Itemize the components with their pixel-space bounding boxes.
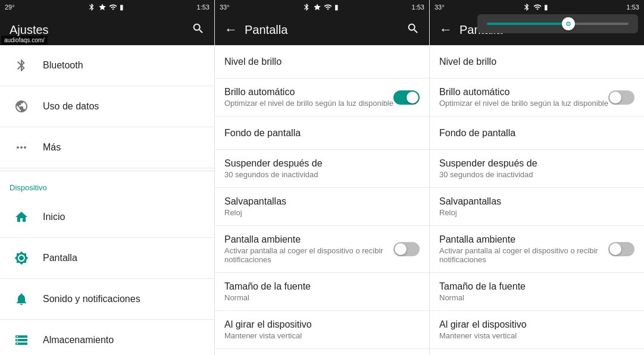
autobrillo-label-mid: Brillo automático (224, 87, 393, 98)
ambiente-label-right: Pantalla ambiente (439, 234, 608, 245)
autobrillo-sub-mid: Optimizar el nivel de brillo según la lu… (224, 99, 393, 108)
more-item-text: Más (43, 142, 205, 153)
salva-text-mid: Salvapantallas Reloj (224, 196, 420, 217)
autobrillo-toggle-right[interactable] (608, 90, 634, 105)
display-item-girar-mid[interactable]: Al girar el dispositivo Mantener vista v… (215, 311, 429, 349)
ambiente-toggle-mid[interactable] (393, 242, 420, 256)
watermark: audiofaqs.com/ (1, 36, 48, 45)
panel-settings: 29° ▮ 1:53 Ajustes audiofaqs.com/ Blueto… (0, 0, 215, 355)
suspender-text-right: Suspender después de 30 segundos de inac… (439, 158, 634, 179)
girar-text-mid: Al girar el dispositivo Mantener vista v… (224, 319, 420, 340)
fuente-label-right: Tamaño de la fuente (439, 281, 634, 292)
display-item-brillo-right[interactable]: Nivel de brillo (430, 45, 644, 78)
battery-icon: ▮ (120, 3, 124, 11)
autobrillo-text-mid: Brillo automático Optimizar el nivel de … (224, 87, 393, 108)
settings-item-almacenamiento[interactable]: Almacenamiento (0, 320, 214, 355)
status-icons-left: ▮ (87, 3, 124, 11)
display-item-ambiente-right[interactable]: Pantalla ambiente Activar pantalla al co… (430, 226, 644, 273)
ambiente-text-right: Pantalla ambiente Activar pantalla al co… (439, 234, 608, 264)
back-button-mid[interactable]: ← (224, 22, 237, 37)
back-button-right[interactable]: ← (439, 22, 452, 37)
more-item-icon (10, 136, 33, 159)
suspender-sub-right: 30 segundos de inactividad (439, 170, 634, 179)
display-item-suspender-mid[interactable]: Suspender después de 30 segundos de inac… (215, 150, 429, 188)
data-item-icon (10, 95, 33, 118)
toggle-knob-autobrillo-right (609, 92, 621, 103)
salva-text-right: Salvapantallas Reloj (439, 196, 634, 217)
autobrillo-text-right: Brillo automático Optimizar el nivel de … (439, 87, 608, 108)
display-item-enviar-mid[interactable]: Enviar pantalla (215, 349, 429, 355)
ambiente-sub-right: Activar pantalla al coger el dispositivo… (439, 246, 608, 264)
display-item-suspender-right[interactable]: Suspender después de 30 segundos de inac… (430, 150, 644, 188)
display-item-autobrillo-mid[interactable]: Brillo automático Optimizar el nivel de … (215, 78, 429, 117)
fondo-text-mid: Fondo de pantalla (224, 128, 420, 139)
inicio-text: Inicio (43, 212, 205, 222)
autobrillo-label-right: Brillo automático (439, 87, 608, 98)
bluetooth-label: Bluetooth (43, 60, 205, 71)
pantalla-list-right: Nivel de brillo Brillo automático Optimi… (430, 45, 644, 355)
status-bar-right: 33° ▮ 1:53 (430, 0, 644, 14)
bluetooth-status-right (523, 3, 531, 11)
status-icons-right: ▮ (523, 3, 548, 11)
fondo-label-right: Fondo de pantalla (439, 128, 634, 139)
app-bar-mid: ← Pantalla (215, 14, 429, 45)
search-button[interactable] (192, 22, 205, 38)
almacenamiento-label: Almacenamiento (43, 335, 205, 345)
display-item-fuente-mid[interactable]: Tamaño de la fuente Normal (215, 273, 429, 311)
display-item-ambiente-mid[interactable]: Pantalla ambiente Activar pantalla al co… (215, 226, 429, 273)
display-item-brillo-mid[interactable]: Nivel de brillo (215, 45, 429, 78)
display-item-salva-mid[interactable]: Salvapantallas Reloj (215, 188, 429, 226)
star-status-icon (98, 3, 107, 11)
settings-list-left: Bluetooth Uso de datos Más Dispositivo (0, 45, 214, 355)
brightness-overlay[interactable]: ⚙ (477, 14, 638, 33)
suspender-sub-mid: 30 segundos de inactividad (224, 170, 420, 179)
settings-item-more[interactable]: Más (0, 127, 214, 168)
bluetooth-item-text: Bluetooth (43, 60, 205, 71)
signal-right (533, 3, 542, 11)
signal-mid (324, 3, 332, 11)
temp-mid: 33° (220, 4, 230, 11)
suspender-label-mid: Suspender después de (224, 158, 420, 169)
search-button-mid[interactable] (407, 22, 420, 38)
brillo-text-right: Nivel de brillo (439, 56, 634, 67)
bluetooth-status-mid (302, 3, 311, 11)
battery-right: ▮ (544, 3, 548, 11)
almacenamiento-icon (10, 328, 33, 352)
settings-item-bluetooth[interactable]: Bluetooth (0, 45, 214, 86)
app-title: Ajustes (10, 23, 185, 37)
pantalla-title-mid: Pantalla (245, 23, 399, 37)
settings-item-pantalla[interactable]: Pantalla (0, 238, 214, 279)
brightness-slider-thumb[interactable]: ⚙ (562, 17, 575, 30)
divider-1 (0, 171, 214, 171)
settings-item-sonido[interactable]: Sonido y notificaciones (0, 279, 214, 320)
autobrillo-toggle-mid[interactable] (393, 90, 420, 105)
brillo-label-mid: Nivel de brillo (224, 56, 420, 67)
section-device: Dispositivo (0, 174, 214, 197)
panel-pantalla-right: 33° ▮ 1:53 ⚙ ← Pantalla Nivel de brillo (430, 0, 644, 355)
girar-sub-mid: Mantener vista vertical (224, 331, 420, 340)
ambiente-toggle-right[interactable] (608, 242, 634, 256)
display-item-enviar-right[interactable]: Enviar pantalla (430, 349, 644, 355)
status-bar-left: 29° ▮ 1:53 (0, 0, 214, 14)
brightness-slider-fill (487, 23, 565, 25)
display-item-fondo-right[interactable]: Fondo de pantalla (430, 117, 644, 150)
settings-item-inicio[interactable]: Inicio (0, 197, 214, 238)
ambiente-sub-mid: Activar pantalla al coger el dispositivo… (224, 246, 393, 264)
display-item-fuente-right[interactable]: Tamaño de la fuente Normal (430, 273, 644, 311)
inicio-label: Inicio (43, 212, 205, 222)
brillo-label-right: Nivel de brillo (439, 56, 634, 67)
sonido-text: Sonido y notificaciones (43, 294, 205, 304)
settings-item-data[interactable]: Uso de datos (0, 86, 214, 127)
bluetooth-status-icon (87, 3, 96, 11)
pantalla-list-mid: Nivel de brillo Brillo automático Optimi… (215, 45, 429, 355)
display-item-girar-right[interactable]: Al girar el dispositivo Mantener vista v… (430, 311, 644, 349)
display-item-fondo-mid[interactable]: Fondo de pantalla (215, 117, 429, 150)
status-icons-mid: ▮ (302, 3, 339, 11)
salva-label-mid: Salvapantallas (224, 196, 420, 207)
display-item-autobrillo-right[interactable]: Brillo automático Optimizar el nivel de … (430, 78, 644, 117)
brightness-slider-track[interactable]: ⚙ (487, 23, 629, 25)
more-label: Más (43, 142, 205, 153)
data-label: Uso de datos (43, 101, 205, 112)
display-item-salva-right[interactable]: Salvapantallas Reloj (430, 188, 644, 226)
fuente-sub-right: Normal (439, 293, 634, 302)
